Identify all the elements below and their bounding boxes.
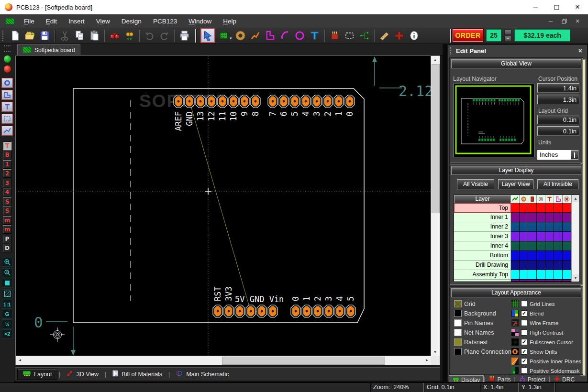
layer-color-cell[interactable] [511, 251, 520, 261]
zoom-window-icon[interactable] [2, 279, 12, 288]
layer-color-cell[interactable] [563, 241, 571, 251]
pad-array[interactable] [174, 95, 355, 317]
layer-scroll-up-icon[interactable]: ▲ [572, 195, 579, 202]
menu-insert[interactable]: Insert [63, 18, 90, 25]
units-value[interactable]: Inches [537, 150, 571, 160]
layer-button-2-3[interactable]: 2 [3, 169, 11, 178]
layer-color-cell[interactable] [554, 203, 563, 213]
layer-button-d-11[interactable]: D [3, 244, 11, 252]
layer-color-cell[interactable] [545, 222, 554, 232]
show-drills-checkbox[interactable]: ✓ [521, 348, 527, 355]
place-text-icon[interactable] [308, 29, 321, 42]
paste-icon[interactable] [88, 29, 101, 42]
menu-edit[interactable]: Edit [40, 18, 63, 25]
layer-color-cell[interactable] [554, 251, 563, 261]
layer-color-cell[interactable] [563, 213, 571, 222]
zoom-preset-½[interactable]: ½ [2, 319, 12, 328]
layer-color-cell[interactable] [511, 213, 520, 222]
layer-button-3-4[interactable]: 3 [3, 179, 11, 187]
print-icon[interactable] [178, 29, 191, 42]
all-invisible-button[interactable]: All Invisible [537, 179, 578, 189]
toolbar-grip[interactable] [2, 31, 5, 41]
units-dropdown[interactable]: Inches [537, 150, 578, 160]
layer-button-t-0[interactable]: T [3, 142, 11, 150]
units-dropdown-button[interactable] [571, 150, 578, 160]
layer-color-cell[interactable] [537, 232, 545, 241]
route-trace-icon[interactable] [249, 29, 262, 42]
layer-color-cell[interactable] [554, 270, 563, 280]
layer-color-cell[interactable] [545, 251, 554, 261]
drc-add-icon[interactable] [393, 29, 406, 42]
pcb-canvas[interactable]: SOFTPEDIA 2.1 [16, 56, 431, 356]
redo-icon[interactable] [158, 29, 171, 42]
grid-lines-checkbox[interactable] [521, 301, 527, 307]
polygon-layer-tool-icon[interactable] [1, 90, 13, 100]
layer-color-cell[interactable] [563, 270, 571, 280]
order-quantity[interactable]: 25 [486, 29, 501, 42]
layer-row-drill-drawing[interactable]: Drill Drawing [454, 261, 579, 270]
menu-window[interactable]: Window [183, 18, 217, 25]
new-file-icon[interactable] [9, 29, 22, 42]
layer-button-1-2[interactable]: 1 [3, 160, 11, 169]
layer-table-scrollbar[interactable]: ▲ ▼ [571, 195, 579, 282]
place-part-icon[interactable] [328, 29, 341, 42]
layer-button-p-10[interactable]: P [3, 235, 11, 243]
polygon-column-icon[interactable] [554, 195, 563, 203]
cut-icon[interactable] [58, 29, 71, 42]
layer-color-cell[interactable] [511, 222, 520, 232]
record-status-icon[interactable] [4, 65, 11, 73]
zoom-out-icon[interactable] [2, 268, 12, 277]
vertical-scrollbar[interactable]: ▲ ▼ [431, 56, 440, 356]
layer-color-cell[interactable] [545, 203, 554, 213]
trace-layer-tool-icon[interactable] [1, 126, 13, 136]
scroll-down-icon[interactable]: ▼ [431, 348, 439, 356]
positive-inner-planes-checkbox[interactable]: ✓ [521, 358, 527, 364]
rail-grip[interactable] [4, 45, 11, 52]
layer-scroll-down-icon[interactable]: ▼ [572, 274, 579, 282]
place-component-icon[interactable] [217, 29, 230, 42]
layer-color-cell[interactable] [537, 251, 545, 261]
plane-connections-swatch[interactable] [454, 348, 462, 355]
find-icon[interactable] [108, 29, 121, 42]
layer-color-cell[interactable] [528, 232, 537, 241]
layout-appearance-header[interactable]: Layout Appearance [451, 288, 581, 297]
view-tab-bill-of-materials[interactable]: Bill of Materials [107, 368, 167, 380]
layer-color-cell[interactable] [520, 251, 528, 261]
horizontal-scroll-thumb[interactable] [222, 357, 385, 365]
layer-color-cell[interactable] [537, 222, 545, 232]
grid-y-value[interactable]: 0.1in [537, 126, 579, 136]
mdi-minimize-button[interactable]: ─ [545, 16, 556, 26]
layer-name[interactable]: Drill Drawing [454, 261, 511, 270]
layer-color-cell[interactable] [563, 232, 571, 241]
fullscreen-cursor-checkbox[interactable]: ✓ [521, 339, 527, 345]
layer-color-cell[interactable] [528, 270, 537, 280]
menu-view[interactable]: View [90, 18, 116, 25]
panel-tab-drc[interactable]: DRC [550, 375, 578, 382]
pin-names-swatch[interactable] [454, 319, 462, 327]
layer-color-cell[interactable] [511, 261, 520, 270]
panel-tab-parts[interactable]: Parts [485, 375, 514, 382]
menu-design[interactable]: Design [116, 18, 147, 25]
layer-row-top[interactable]: Top [454, 203, 579, 213]
via-column-icon[interactable] [537, 195, 545, 203]
layout-navigator[interactable] [453, 84, 534, 157]
panel-tab-project[interactable]: Project [516, 375, 549, 382]
document-tab[interactable]: Softpedia board [17, 44, 80, 55]
open-file-icon[interactable] [23, 29, 36, 42]
pad-column-icon[interactable] [520, 195, 528, 203]
select-arrow-icon[interactable] [200, 28, 215, 43]
scroll-left-icon[interactable]: ◄ [16, 356, 24, 364]
layer-color-cell[interactable] [545, 213, 554, 222]
layer-button-s-6[interactable]: S [3, 197, 11, 206]
view-tab-main-schematic[interactable]: Main Schematic [171, 369, 233, 380]
vertical-scroll-thumb[interactable] [432, 64, 440, 213]
layer-row-inner-4[interactable]: Inner 4 [454, 241, 579, 251]
horizontal-scrollbar[interactable]: ◄ ► [16, 356, 431, 365]
mdi-close-button[interactable]: × [572, 16, 583, 26]
layer-row-inner-2[interactable]: Inner 2 [454, 222, 579, 232]
layer-color-cell[interactable] [511, 270, 520, 280]
layer-column-header[interactable]: Layer [454, 195, 511, 203]
order-button[interactable]: ORDER [453, 29, 483, 42]
zoom-preset-1:1[interactable]: 1:1 [2, 300, 12, 309]
place-pad-icon[interactable] [234, 29, 247, 42]
